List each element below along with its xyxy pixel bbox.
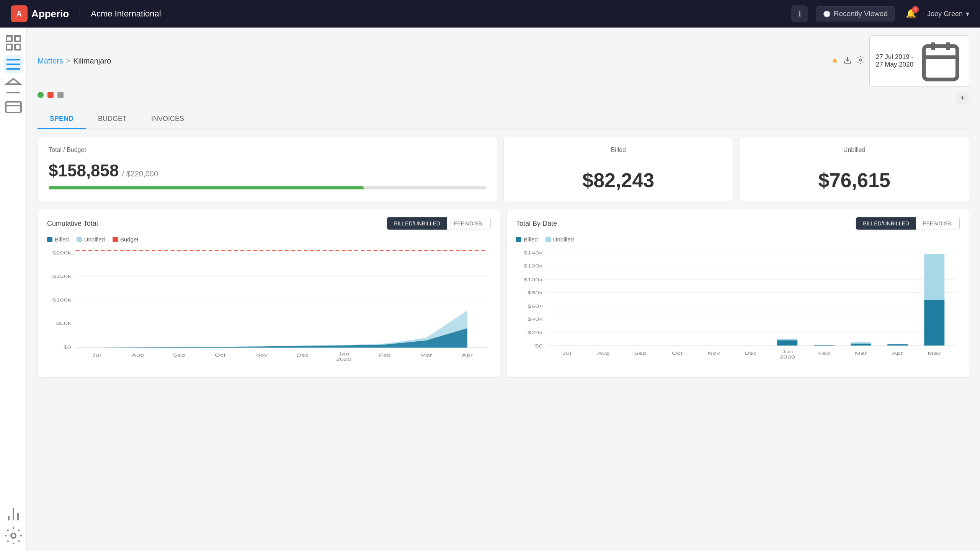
svg-rect-77: [887, 344, 908, 344]
svg-text:$100k: $100k: [524, 277, 543, 282]
svg-rect-78: [924, 300, 944, 346]
svg-text:Feb: Feb: [379, 352, 391, 357]
legend-unbilled-label-2: Unbilled: [553, 236, 574, 243]
svg-text:Nov: Nov: [707, 350, 720, 355]
favorite-star-icon[interactable]: ★: [831, 56, 839, 66]
sidebar-item-dashboard[interactable]: [4, 34, 23, 52]
svg-text:Jan: Jan: [782, 349, 793, 354]
svg-text:Apr: Apr: [892, 350, 903, 355]
breadcrumb: Matters > Kilimanjaro ★: [38, 35, 969, 86]
tab-spend[interactable]: SPEND: [38, 109, 86, 129]
svg-rect-1: [15, 36, 20, 41]
legend-budget-label: Budget: [120, 236, 139, 243]
unbilled-card: Unbilled $76,615: [740, 137, 970, 201]
main-content: Matters > Kilimanjaro ★: [27, 28, 980, 551]
sidebar-item-settings[interactable]: [4, 527, 23, 545]
svg-point-12: [11, 533, 16, 538]
svg-text:$0: $0: [64, 344, 71, 349]
svg-text:Mar: Mar: [855, 350, 867, 355]
svg-text:Oct: Oct: [671, 350, 683, 355]
svg-text:Aug: Aug: [132, 352, 144, 357]
cumulative-chart-toggle: BILLED/UNBILLED FEES/DISB.: [387, 217, 491, 230]
svg-text:Oct: Oct: [215, 352, 226, 357]
total-by-date-toggle-billed[interactable]: BILLED/UNBILLED: [856, 217, 916, 230]
svg-rect-71: [777, 341, 797, 346]
total-budget-sub: / $220,000: [122, 170, 158, 178]
charts-section: Cumulative Total BILLED/UNBILLED FEES/DI…: [38, 209, 969, 378]
notification-badge: 4: [912, 6, 919, 13]
svg-text:May: May: [928, 350, 941, 355]
legend-billed-label: Billed: [55, 236, 69, 243]
svg-rect-3: [15, 44, 20, 50]
cumulative-chart-svg: $200k $150k $100k $50k $0: [47, 247, 491, 370]
status-dot-green: [38, 92, 44, 98]
legend-unbilled-2: Unbilled: [546, 236, 574, 243]
add-button[interactable]: +: [956, 91, 969, 105]
unbilled-value: $76,615: [818, 169, 890, 192]
sidebar-item-spend[interactable]: [4, 98, 23, 116]
svg-text:$20k: $20k: [528, 330, 543, 335]
legend-unbilled-dot: [77, 237, 82, 242]
total-by-date-toggle: BILLED/UNBILLED FEES/DISB.: [856, 217, 960, 230]
svg-text:Nov: Nov: [255, 352, 268, 357]
date-range-picker[interactable]: 27 Jul 2019 - 27 May 2020: [869, 35, 969, 86]
app-logo[interactable]: A Apperio: [11, 5, 69, 22]
svg-rect-2: [7, 44, 12, 50]
unbilled-title: Unbilled: [843, 147, 866, 153]
svg-text:Jul: Jul: [562, 350, 571, 355]
tab-invoices[interactable]: INVOICES: [139, 109, 196, 129]
status-dot-gray: [57, 92, 64, 98]
svg-text:$60k: $60k: [528, 303, 543, 308]
svg-text:$80k: $80k: [528, 290, 543, 295]
legend-budget-dot: [113, 237, 118, 242]
info-button[interactable]: ℹ: [791, 5, 808, 22]
cumulative-chart-header: Cumulative Total BILLED/UNBILLED FEES/DI…: [47, 217, 491, 230]
legend-billed-dot-2: [516, 237, 521, 242]
top-nav: A Apperio Acme International ℹ 🕐 Recentl…: [0, 0, 980, 28]
sidebar-item-reports[interactable]: [4, 505, 23, 523]
total-budget-card: Total / Budget $158,858 / $220,000: [38, 137, 497, 201]
svg-text:$0: $0: [535, 344, 542, 349]
cumulative-toggle-fees-disb[interactable]: FEES/DISB.: [447, 217, 490, 230]
svg-rect-72: [777, 339, 797, 340]
svg-text:$40k: $40k: [528, 317, 543, 322]
status-dot-red: [47, 92, 54, 98]
svg-text:2020: 2020: [336, 357, 351, 362]
recently-viewed-button[interactable]: 🕐 Recently Viewed: [816, 6, 895, 21]
settings-icon[interactable]: [856, 56, 865, 66]
total-by-date-chart-svg: $140k $120k $100k $80k $60k $40k $20k $0: [516, 247, 960, 370]
app-name: Apperio: [31, 8, 69, 20]
client-name: Acme International: [91, 9, 161, 19]
billed-title: Billed: [611, 147, 626, 153]
svg-text:$140k: $140k: [524, 251, 543, 256]
svg-text:$150k: $150k: [52, 274, 71, 279]
cumulative-chart-legend: Billed Unbilled Budget: [47, 236, 491, 243]
total-by-date-toggle-fees[interactable]: FEES/DISB.: [916, 217, 959, 230]
logo-icon: A: [11, 5, 28, 22]
total-by-date-chart-card: Total By Date BILLED/UNBILLED FEES/DISB.…: [506, 209, 969, 378]
user-menu[interactable]: Joey Green ▾: [927, 10, 969, 18]
svg-text:Feb: Feb: [818, 350, 830, 355]
notifications-button[interactable]: 🔔 4: [903, 5, 920, 22]
svg-point-14: [859, 59, 862, 61]
svg-rect-75: [851, 342, 871, 344]
progress-bar-bg: [49, 186, 486, 189]
sidebar: [0, 28, 27, 551]
sidebar-item-entities[interactable]: [4, 77, 23, 95]
svg-text:Sep: Sep: [634, 350, 646, 355]
cumulative-chart-card: Cumulative Total BILLED/UNBILLED FEES/DI…: [38, 209, 500, 378]
legend-billed: Billed: [47, 236, 69, 243]
svg-text:Mar: Mar: [420, 352, 432, 357]
svg-text:$50k: $50k: [56, 321, 71, 326]
billed-card: Billed $82,243: [503, 137, 733, 201]
svg-rect-74: [851, 344, 871, 346]
user-name: Joey Green: [927, 10, 963, 18]
sidebar-item-matters[interactable]: [4, 55, 23, 73]
svg-text:Sep: Sep: [173, 352, 185, 357]
download-icon[interactable]: [843, 56, 852, 66]
tab-budget[interactable]: BUDGET: [86, 109, 139, 129]
breadcrumb-matters-link[interactable]: Matters: [38, 57, 63, 65]
cumulative-toggle-billed-unbilled[interactable]: BILLED/UNBILLED: [387, 217, 447, 230]
svg-rect-76: [887, 344, 908, 346]
total-budget-title: Total / Budget: [49, 147, 486, 153]
